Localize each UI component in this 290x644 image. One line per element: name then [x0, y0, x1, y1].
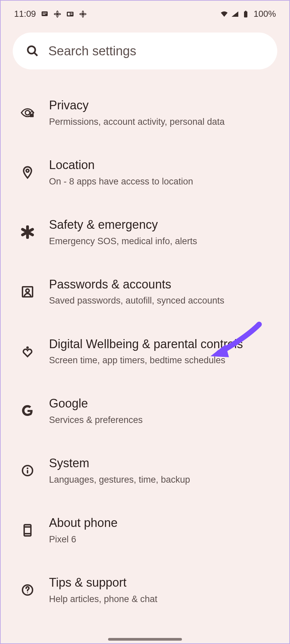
- svg-rect-5: [70, 13, 72, 13]
- asterisk-icon: [19, 225, 36, 239]
- svg-line-10: [34, 53, 38, 56]
- phone-icon: [19, 524, 36, 537]
- svg-rect-8: [245, 11, 246, 12]
- nav-handle[interactable]: [108, 638, 182, 641]
- settings-item-system[interactable]: System Languages, gestures, time, backup: [13, 441, 277, 500]
- item-title: About phone: [49, 515, 271, 531]
- item-title: Privacy: [49, 98, 271, 113]
- item-title: System: [49, 455, 271, 471]
- item-title: Location: [49, 157, 271, 173]
- svg-rect-2: [43, 14, 45, 15]
- search-bar[interactable]: Search settings: [13, 33, 277, 69]
- privacy-icon: [19, 106, 36, 119]
- svg-point-9: [28, 46, 35, 54]
- status-right: 100%: [220, 9, 276, 19]
- item-title: Google: [49, 396, 271, 412]
- annotation-arrow: [205, 321, 262, 361]
- battery-icon: [242, 10, 250, 18]
- search-placeholder: Search settings: [48, 44, 136, 58]
- settings-item-about-phone[interactable]: About phone Pixel 6: [13, 500, 277, 560]
- settings-item-privacy[interactable]: Privacy Permissions, account activity, p…: [13, 83, 277, 143]
- account-icon: [19, 285, 36, 299]
- pinwheel-icon-2: [79, 10, 87, 18]
- item-subtitle: Services & preferences: [49, 414, 271, 426]
- item-subtitle: Languages, gestures, time, backup: [49, 474, 271, 486]
- news-icon: [66, 10, 74, 18]
- svg-point-12: [26, 169, 29, 172]
- svg-rect-0: [42, 11, 48, 16]
- svg-point-14: [26, 289, 29, 292]
- search-icon: [26, 45, 39, 57]
- svg-rect-11: [30, 114, 34, 117]
- wifi-icon: [220, 10, 228, 18]
- pinwheel-icon: [53, 10, 61, 18]
- item-subtitle: Pixel 6: [49, 534, 271, 545]
- item-subtitle: Emergency SOS, medical info, alerts: [49, 235, 271, 247]
- svg-rect-1: [43, 13, 47, 13]
- settings-item-passwords[interactable]: Passwords & accounts Saved passwords, au…: [13, 262, 277, 322]
- battery-percent: 100%: [254, 9, 276, 19]
- svg-point-23: [27, 592, 28, 593]
- svg-rect-4: [68, 13, 70, 15]
- item-subtitle: Help articles, phone & chat: [49, 593, 271, 605]
- wellbeing-icon: [19, 345, 36, 358]
- svg-rect-6: [70, 14, 72, 15]
- settings-item-google[interactable]: Google Services & preferences: [13, 381, 277, 441]
- settings-item-safety[interactable]: Safety & emergency Emergency SOS, medica…: [13, 202, 277, 262]
- item-subtitle: Permissions, account activity, personal …: [49, 116, 271, 128]
- settings-item-location[interactable]: Location On - 8 apps have access to loca…: [13, 143, 277, 202]
- item-title: Passwords & accounts: [49, 277, 271, 292]
- info-icon: [19, 464, 36, 477]
- help-icon: [19, 583, 36, 597]
- status-bar: 11:09 100%: [1, 1, 289, 26]
- svg-rect-7: [244, 11, 247, 17]
- signal-icon: [231, 10, 239, 18]
- status-time: 11:09: [14, 9, 36, 19]
- item-subtitle: On - 8 apps have access to location: [49, 176, 271, 187]
- item-subtitle: Saved passwords, autofill, synced accoun…: [49, 295, 271, 307]
- message-icon: [41, 10, 49, 18]
- item-title: Safety & emergency: [49, 217, 271, 233]
- svg-point-15: [26, 346, 29, 348]
- google-icon: [19, 404, 36, 418]
- settings-item-tips[interactable]: Tips & support Help articles, phone & ch…: [13, 560, 277, 620]
- status-left: 11:09: [14, 9, 87, 19]
- item-title: Tips & support: [49, 575, 271, 591]
- location-icon: [19, 166, 36, 179]
